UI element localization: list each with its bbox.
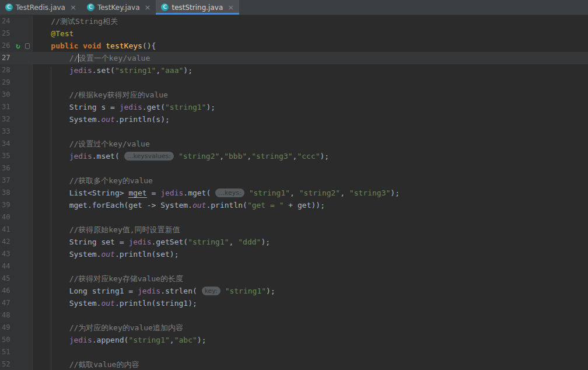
line-number[interactable]: 28 <box>0 64 15 76</box>
code-line[interactable]: 37 //获取多个key的value <box>0 174 588 187</box>
token: "string1" <box>225 287 266 295</box>
line-number[interactable]: 27 <box>0 52 15 64</box>
token: "string2" <box>299 189 340 197</box>
line-number[interactable]: 35 <box>0 150 15 162</box>
line-number[interactable]: 41 <box>0 224 15 236</box>
tab-close-icon[interactable]: × <box>228 4 234 11</box>
code-line[interactable]: 45 //获得对应key存储value的长度 <box>0 273 588 285</box>
line-number[interactable]: 30 <box>0 89 15 101</box>
gutter: 51 <box>0 346 33 358</box>
line-number[interactable]: 49 <box>0 322 15 334</box>
code-line[interactable]: 35 jedis.mset( …keysvalues: "string2","b… <box>0 150 588 162</box>
code-line[interactable]: 41 //获得原始key值,同时设置新值 <box>0 224 588 236</box>
line-number[interactable]: 39 <box>0 199 15 211</box>
code-editor[interactable]: 24 //测试String相关25 @Test26↻ public void t… <box>0 15 588 370</box>
line-number[interactable]: 46 <box>0 285 15 297</box>
tab-close-icon[interactable]: × <box>70 4 76 11</box>
code-line[interactable]: 44 <box>0 260 588 273</box>
tab-testString.java[interactable]: CtestString.java× <box>156 0 239 15</box>
gutter-icons <box>15 187 32 199</box>
line-number[interactable]: 48 <box>0 309 15 322</box>
gutter-icons <box>15 273 32 285</box>
line-number[interactable]: 29 <box>0 76 15 89</box>
code-line[interactable]: 34 //设置过个key/value <box>0 138 588 150</box>
token: String set = <box>69 238 129 246</box>
code-line[interactable]: 24 //测试String相关 <box>0 15 588 27</box>
code-line[interactable]: 49 //为对应的key的value追加内容 <box>0 322 588 334</box>
code-line[interactable]: 32 System.out.println(s); <box>0 113 588 125</box>
code-line[interactable]: 40 <box>0 211 588 224</box>
token: out <box>192 201 206 210</box>
gutter: 52 <box>0 358 33 370</box>
line-number[interactable]: 38 <box>0 187 15 199</box>
gutter: 33 <box>0 125 33 138</box>
tab-TestRedis.java[interactable]: CTestRedis.java× <box>0 0 82 15</box>
code-line[interactable]: 29 <box>0 76 588 89</box>
line-number[interactable]: 32 <box>0 113 15 125</box>
line-number[interactable]: 42 <box>0 236 15 248</box>
code-text: mget.forEach(get -> System.out.println("… <box>33 199 588 211</box>
code-line[interactable]: 26↻ public void testKeys(){ <box>0 40 588 52</box>
gutter: 25 <box>0 27 33 40</box>
line-number[interactable]: 43 <box>0 248 15 260</box>
code-line[interactable]: 31 String s = jedis.get("string1"); <box>0 101 588 113</box>
code-line[interactable]: 47 System.out.println(string1); <box>0 297 588 309</box>
gutter-icons <box>15 224 32 236</box>
code-text: @Test <box>33 27 588 40</box>
code-text <box>33 346 588 358</box>
code-line[interactable]: 30 //根据key获得对应的value <box>0 89 588 101</box>
code-line[interactable]: 51 <box>0 346 588 358</box>
line-number[interactable]: 31 <box>0 101 15 113</box>
line-number[interactable]: 24 <box>0 15 15 27</box>
code-line[interactable]: 46 Long string1 = jedis.strlen( key: "st… <box>0 285 588 297</box>
code-line[interactable]: 28 jedis.set("string1","aaa"); <box>0 64 588 76</box>
code-line[interactable]: 38 List<String> mget = jedis.mget( …keys… <box>0 187 588 199</box>
folding-marker-icon[interactable] <box>25 43 30 49</box>
code-line[interactable]: 52 //截取value的内容 <box>0 358 588 370</box>
code-line[interactable]: 27 //设置一个key/value <box>0 52 588 64</box>
line-number[interactable]: 37 <box>0 174 15 187</box>
token: String s = <box>69 103 120 111</box>
tab-TestKey.java[interactable]: CTestKey.java× <box>82 0 156 15</box>
gutter: 27 <box>0 52 33 64</box>
gutter: 38 <box>0 187 33 199</box>
code-line[interactable]: 50 jedis.append("string1","abc"); <box>0 334 588 346</box>
token: jedis <box>69 152 92 160</box>
line-number[interactable]: 47 <box>0 297 15 309</box>
parameter-hint: key: <box>202 287 220 295</box>
line-number[interactable]: 50 <box>0 334 15 346</box>
line-number[interactable]: 45 <box>0 273 15 285</box>
line-number[interactable]: 26 <box>0 40 15 52</box>
line-number[interactable]: 40 <box>0 211 15 224</box>
rerun-test-icon[interactable]: ↻ <box>16 40 20 52</box>
code-line[interactable]: 39 mget.forEach(get -> System.out.printl… <box>0 199 588 211</box>
gutter-icons <box>15 27 32 40</box>
code-line[interactable]: 36 <box>0 162 588 174</box>
line-number[interactable]: 44 <box>0 260 15 273</box>
line-number[interactable]: 36 <box>0 162 15 174</box>
code-text: //设置一个key/value <box>33 52 588 64</box>
token: //获得对应key存储value的长度 <box>69 274 183 283</box>
token: "get = " <box>247 201 284 210</box>
code-line[interactable]: 25 @Test <box>0 27 588 40</box>
code-text <box>33 162 588 174</box>
tab-close-icon[interactable]: × <box>145 4 151 11</box>
token: mget.forEach(get -> System. <box>69 201 192 210</box>
line-number[interactable]: 33 <box>0 125 15 138</box>
code-line[interactable]: 33 <box>0 125 588 138</box>
code-line[interactable]: 43 System.out.println(set); <box>0 248 588 260</box>
java-class-icon: C <box>5 4 13 11</box>
line-number[interactable]: 34 <box>0 138 15 150</box>
line-number[interactable]: 52 <box>0 358 15 370</box>
code-text <box>33 76 588 89</box>
token: "string1" <box>115 66 156 75</box>
token: System. <box>69 115 102 124</box>
line-number[interactable]: 51 <box>0 346 15 358</box>
line-number[interactable]: 25 <box>0 27 15 40</box>
code-line[interactable]: 48 <box>0 309 588 322</box>
tab-label: TestRedis.java <box>16 4 65 12</box>
gutter: 30 <box>0 89 33 101</box>
code-text: //获得对应key存储value的长度 <box>33 273 588 285</box>
token: "aaa" <box>160 66 183 75</box>
code-line[interactable]: 42 String set = jedis.getSet("string1", … <box>0 236 588 248</box>
